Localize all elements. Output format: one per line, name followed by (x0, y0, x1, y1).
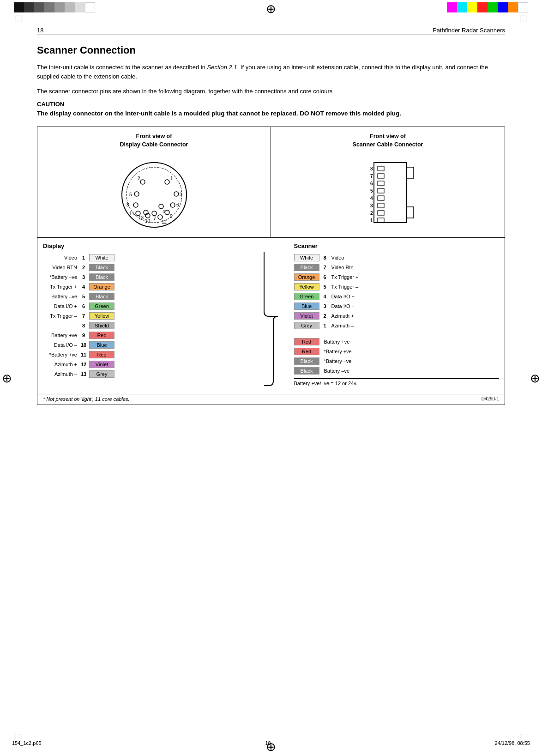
svg-rect-28 (374, 163, 406, 223)
svg-text:12: 12 (162, 219, 167, 224)
scanner-connector-title: Front view of Scanner Cable Connector (276, 133, 500, 149)
svg-text:1: 1 (370, 218, 373, 223)
svg-point-16 (133, 203, 138, 207)
corner-mark-bl (16, 734, 22, 740)
svg-text:3: 3 (180, 192, 182, 197)
caution-body: The display connector on the inter-unit … (37, 109, 505, 118)
scanner-connector-diagram: Front view of Scanner Cable Connector 8 (271, 127, 505, 237)
display-wiring: Display Video 1 White Video RTN 2 Black … (43, 242, 253, 390)
header-divider (37, 35, 505, 35)
svg-text:7: 7 (370, 174, 373, 179)
bottom-right: 24/12/98, 08:55 (495, 740, 530, 746)
svg-point-4 (140, 180, 145, 184)
svg-rect-29 (406, 167, 414, 178)
svg-rect-39 (378, 196, 384, 200)
wiring-brace (253, 242, 289, 390)
wire-row: Azimuth – 13 Grey (43, 369, 248, 379)
body-paragraph-2: The scanner connector pins are shown in … (37, 87, 505, 96)
svg-text:1: 1 (170, 176, 173, 181)
scanner-wire-row: Green 4 Data I/O + (294, 292, 499, 301)
scanner-wire-row: Black 7 Video Rtn (294, 263, 499, 272)
section-ref: Section 2.1 (207, 64, 237, 71)
diagram-box: Front view of Display Cable Connector 1 (37, 127, 505, 405)
wire-row: 8 Shield (43, 321, 248, 330)
svg-text:9: 9 (170, 214, 173, 219)
wire-row: Video 1 White (43, 253, 248, 262)
bottom-center: 18 (265, 740, 271, 746)
scanner-wire-row: Blue 3 Data I/O – (294, 302, 499, 311)
scanner-wiring-header: Scanner (294, 242, 499, 249)
svg-point-24 (158, 215, 163, 219)
svg-point-12 (170, 203, 175, 207)
wire-row: Tx Trigger + 4 Orange (43, 282, 248, 291)
svg-point-8 (159, 204, 163, 209)
svg-point-14 (152, 211, 157, 216)
svg-rect-41 (378, 203, 384, 208)
svg-rect-30 (406, 207, 414, 218)
scanner-wire-row: Orange 6 Tx Trigger + (294, 272, 499, 282)
svg-text:4: 4 (370, 196, 373, 201)
body-paragraph-1: The inter-unit cable is connected to the… (37, 63, 505, 81)
svg-text:7: 7 (153, 216, 156, 221)
wire-row: Video RTN 2 Black (43, 263, 248, 272)
svg-text:6: 6 (176, 202, 179, 207)
wire-row: Battery +ve 9 Red (43, 331, 248, 340)
svg-point-18 (165, 210, 169, 215)
svg-text:2: 2 (370, 211, 373, 216)
scanner-wire-row: Yellow 5 Tx Trigger – (294, 282, 499, 291)
scanner-wire-row: White 8 Video (294, 253, 499, 262)
wire-row: *Battery +ve 11 Red (43, 350, 248, 359)
svg-text:8: 8 (126, 202, 129, 207)
wire-row: Tx Trigger – 7 Yellow (43, 311, 248, 321)
display-connector-title: Front view of Display Cable Connector (42, 133, 266, 149)
svg-text:6: 6 (370, 181, 373, 186)
battery-note: Battery +ve/–ve = 12 or 24v. (294, 378, 499, 386)
wire-row: Data I/O – 10 Blue (43, 340, 248, 350)
svg-point-2 (165, 180, 169, 184)
wire-row: Data I/O + 6 Green (43, 302, 248, 311)
svg-text:13: 13 (139, 215, 144, 220)
caution-heading: CAUTION (37, 101, 505, 108)
bottom-bar: 154_1c2.p65 18 24/12/98, 08:55 (0, 740, 542, 746)
svg-rect-43 (378, 211, 384, 215)
display-connector-diagram: Front view of Display Cable Connector 1 (37, 127, 271, 237)
scanner-extra-row: Black Battery –ve (294, 366, 499, 375)
scanner-extra-row: Red Battery +ve (294, 337, 499, 346)
scanner-connector-svg: 8 7 6 5 4 3 2 1 (346, 153, 429, 232)
svg-text:8: 8 (370, 166, 373, 171)
page-number: 18 (37, 27, 43, 34)
svg-point-6 (174, 192, 179, 196)
corner-mark-br (520, 734, 526, 740)
svg-text:2: 2 (138, 176, 140, 181)
svg-text:5: 5 (129, 192, 132, 197)
svg-rect-45 (378, 218, 384, 223)
svg-text:11: 11 (129, 211, 135, 216)
diagram-ref: D4290-1 (482, 396, 499, 402)
scanner-extra-row: Red *Battery +ve (294, 347, 499, 356)
scanner-wiring: Scanner White 8 Video Black 7 Video Rtn … (289, 242, 499, 390)
svg-text:3: 3 (370, 203, 373, 208)
svg-text:5: 5 (370, 188, 373, 194)
svg-rect-33 (378, 174, 384, 178)
svg-point-10 (134, 192, 139, 196)
bottom-left: 154_1c2.p65 (12, 740, 42, 746)
wire-row: *Battery –ve 3 Black (43, 272, 248, 282)
svg-rect-37 (378, 188, 384, 193)
section-title: Scanner Connection (37, 44, 505, 56)
scanner-wire-row: Violet 2 Azimuth + (294, 311, 499, 321)
wire-row: Azimuth + 12 Violet (43, 360, 248, 369)
display-wiring-header: Display (43, 242, 248, 249)
display-connector-svg: 1 2 3 4 5 (113, 153, 196, 232)
svg-text:10: 10 (145, 218, 151, 224)
svg-rect-31 (378, 166, 384, 171)
scanner-wire-row: Grey 1 Azimuth – (294, 321, 499, 330)
svg-rect-35 (378, 181, 384, 186)
scanner-extra-row: Black *Battery –ve (294, 357, 499, 366)
footnote: * Not present on 'light', 11 core cables… (43, 396, 130, 402)
wire-row: Battery –ve 5 Black (43, 292, 248, 301)
page-title: Pathfinder Radar Scanners (433, 27, 505, 34)
